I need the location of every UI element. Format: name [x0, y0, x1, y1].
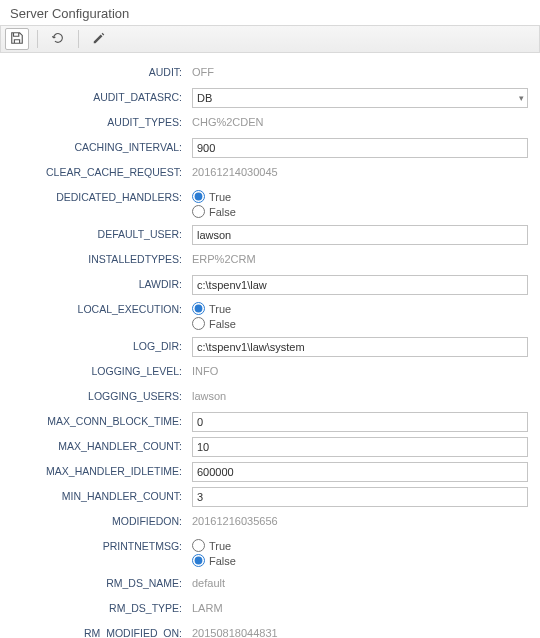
row-logging-users: LOGGING_USERS: lawson: [12, 387, 528, 407]
input-min-handler-count[interactable]: [192, 487, 528, 507]
row-default-user: DEFAULT_USER:: [12, 225, 528, 245]
row-rm-modified-on: RM_MODIFIED_ON: 20150818044831: [12, 624, 528, 638]
radio-dedicated-handlers-true[interactable]: True: [192, 190, 528, 203]
page-title: Server Configuration: [0, 0, 540, 25]
value-rm-modified-on: 20150818044831: [192, 624, 278, 638]
row-installedtypes: INSTALLEDTYPES: ERP%2CRM: [12, 250, 528, 270]
value-installedtypes: ERP%2CRM: [192, 250, 256, 265]
row-rm-ds-type: RM_DS_TYPE: LARM: [12, 599, 528, 619]
value-logging-level: INFO: [192, 362, 218, 377]
label-printnetmsg: PRINTNETMSG:: [12, 537, 192, 552]
label-dedicated-handlers: DEDICATED_HANDLERS:: [12, 188, 192, 203]
label-local-execution: LOCAL_EXECUTION:: [12, 300, 192, 315]
value-rm-ds-name: default: [192, 574, 225, 589]
save-icon: [10, 31, 24, 47]
select-audit-datasrc[interactable]: ▾: [192, 88, 528, 108]
label-rm-ds-type: RM_DS_TYPE:: [12, 599, 192, 614]
row-audit-types: AUDIT_TYPES: CHG%2CDEN: [12, 113, 528, 133]
value-clear-cache-request: 20161214030045: [192, 163, 278, 178]
radio-dedicated-handlers-false[interactable]: False: [192, 205, 528, 218]
label-rm-ds-name: RM_DS_NAME:: [12, 574, 192, 589]
edit-button[interactable]: [87, 28, 111, 50]
row-lawdir: LAWDIR:: [12, 275, 528, 295]
toolbar: [0, 25, 540, 53]
input-max-handler-idletime[interactable]: [192, 462, 528, 482]
config-form: AUDIT: OFF AUDIT_DATASRC: ▾ AUDIT_TYPES:…: [0, 53, 540, 638]
label-lawdir: LAWDIR:: [12, 275, 192, 290]
row-logging-level: LOGGING_LEVEL: INFO: [12, 362, 528, 382]
row-max-handler-idletime: MAX_HANDLER_IDLETIME:: [12, 462, 528, 482]
input-max-conn-block-time[interactable]: [192, 412, 528, 432]
row-caching-interval: CACHING_INTERVAL:: [12, 138, 528, 158]
value-logging-users: lawson: [192, 387, 226, 402]
row-rm-ds-name: RM_DS_NAME: default: [12, 574, 528, 594]
toolbar-separator: [37, 30, 38, 48]
radio-local-execution-false[interactable]: False: [192, 317, 528, 330]
row-audit-datasrc: AUDIT_DATASRC: ▾: [12, 88, 528, 108]
refresh-icon: [51, 31, 65, 47]
pencil-icon: [92, 31, 106, 47]
row-max-conn-block-time: MAX_CONN_BLOCK_TIME:: [12, 412, 528, 432]
radio-printnetmsg-false[interactable]: False: [192, 554, 528, 567]
row-min-handler-count: MIN_HANDLER_COUNT:: [12, 487, 528, 507]
row-log-dir: LOG_DIR:: [12, 337, 528, 357]
label-min-handler-count: MIN_HANDLER_COUNT:: [12, 487, 192, 502]
label-caching-interval: CACHING_INTERVAL:: [12, 138, 192, 153]
value-modifiedon: 20161216035656: [192, 512, 278, 527]
select-audit-datasrc-input[interactable]: [192, 88, 528, 108]
row-local-execution: LOCAL_EXECUTION: True False: [12, 300, 528, 332]
label-default-user: DEFAULT_USER:: [12, 225, 192, 240]
label-audit-types: AUDIT_TYPES:: [12, 113, 192, 128]
row-printnetmsg: PRINTNETMSG: True False: [12, 537, 528, 569]
label-clear-cache-request: CLEAR_CACHE_REQUEST:: [12, 163, 192, 178]
label-audit: AUDIT:: [12, 63, 192, 78]
label-modifiedon: MODIFIEDON:: [12, 512, 192, 527]
label-max-handler-count: MAX_HANDLER_COUNT:: [12, 437, 192, 452]
row-audit: AUDIT: OFF: [12, 63, 528, 83]
label-installedtypes: INSTALLEDTYPES:: [12, 250, 192, 265]
save-button[interactable]: [5, 28, 29, 50]
label-log-dir: LOG_DIR:: [12, 337, 192, 352]
radio-dedicated-handlers: True False: [192, 188, 528, 218]
radio-printnetmsg-true[interactable]: True: [192, 539, 528, 552]
radio-local-execution: True False: [192, 300, 528, 330]
input-caching-interval[interactable]: [192, 138, 528, 158]
label-logging-level: LOGGING_LEVEL:: [12, 362, 192, 377]
label-max-handler-idletime: MAX_HANDLER_IDLETIME:: [12, 462, 192, 477]
label-max-conn-block-time: MAX_CONN_BLOCK_TIME:: [12, 412, 192, 427]
row-dedicated-handlers: DEDICATED_HANDLERS: True False: [12, 188, 528, 220]
value-audit-types: CHG%2CDEN: [192, 113, 264, 128]
toolbar-separator: [78, 30, 79, 48]
input-log-dir[interactable]: [192, 337, 528, 357]
row-max-handler-count: MAX_HANDLER_COUNT:: [12, 437, 528, 457]
label-rm-modified-on: RM_MODIFIED_ON:: [12, 624, 192, 638]
label-audit-datasrc: AUDIT_DATASRC:: [12, 88, 192, 103]
refresh-button[interactable]: [46, 28, 70, 50]
input-default-user[interactable]: [192, 225, 528, 245]
value-audit: OFF: [192, 63, 214, 78]
row-clear-cache-request: CLEAR_CACHE_REQUEST: 20161214030045: [12, 163, 528, 183]
row-modifiedon: MODIFIEDON: 20161216035656: [12, 512, 528, 532]
value-rm-ds-type: LARM: [192, 599, 223, 614]
radio-printnetmsg: True False: [192, 537, 528, 567]
input-max-handler-count[interactable]: [192, 437, 528, 457]
label-logging-users: LOGGING_USERS:: [12, 387, 192, 402]
input-lawdir[interactable]: [192, 275, 528, 295]
radio-local-execution-true[interactable]: True: [192, 302, 528, 315]
